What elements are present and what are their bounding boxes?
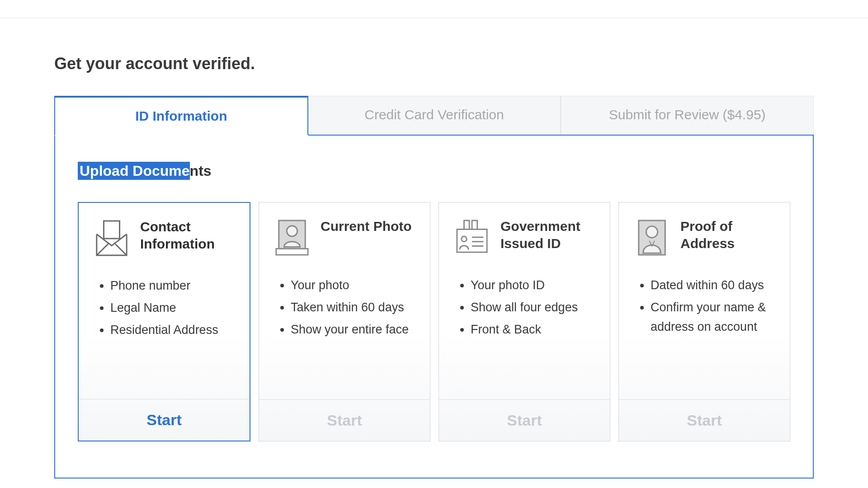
step-tabs: ID Information Credit Card Verification … [54,96,814,136]
tab-label: ID Information [135,108,227,123]
card-req-item: Your photo [291,276,421,295]
card-header: Government Issued ID [439,202,610,262]
card-req-item: Your photo ID [471,276,601,295]
svg-point-2 [287,226,297,236]
svg-rect-4 [464,221,469,230]
card-proof-of-address: Proof of Address Dated within 60 days Co… [618,202,790,441]
card-header: Contact Information [79,203,250,263]
tab-id-information[interactable]: ID Information [54,96,308,136]
top-divider [0,0,868,18]
card-header: Proof of Address [619,202,790,262]
svg-rect-5 [472,221,477,230]
id-card-icon [454,218,490,258]
tab-credit-card-verification[interactable]: Credit Card Verification [308,96,561,135]
card-title: Current Photo [321,218,412,235]
svg-point-12 [646,226,657,238]
card-req-item: Confirm your name & address on account [651,298,781,337]
start-button[interactable]: Start [259,399,430,441]
card-government-id: Government Issued ID Your photo ID Show … [439,202,610,441]
card-req-item: Dated within 60 days [651,276,781,295]
card-contact-information: Contact Information Phone number Legal N… [78,202,250,441]
section-title: Upload Documents [78,163,790,179]
card-title: Government Issued ID [500,218,597,252]
tab-submit-for-review[interactable]: Submit for Review ($4.95) [561,96,814,135]
card-body: Dated within 60 days Confirm your name &… [619,262,790,399]
card-title: Contact Information [140,218,237,252]
card-body: Your photo Taken within 60 days Show you… [259,262,430,399]
tab-label: Credit Card Verification [364,107,504,122]
tab-label: Submit for Review ($4.95) [609,107,766,122]
card-req-item: Front & Back [471,320,601,339]
upload-cards-row: Contact Information Phone number Legal N… [78,202,790,441]
person-doc-icon [634,218,670,258]
verification-page: Get your account verified. ID Informatio… [0,18,868,479]
card-req-item: Show your entire face [291,320,421,339]
envelope-icon [94,218,129,258]
card-title: Proof of Address [680,218,777,252]
card-req-item: Legal Name [110,298,241,318]
section-title-selected-text: Upload Docume [78,162,190,180]
card-body: Phone number Legal Name Residential Addr… [79,263,250,399]
photo-portrait-icon [274,218,310,258]
card-body: Your photo ID Show all four edges Front … [439,262,610,399]
id-information-panel: Upload Documents Contact [54,136,814,479]
svg-rect-0 [104,221,119,239]
section-title-rest: nts [190,163,212,179]
card-req-item: Residential Address [110,320,241,340]
page-title: Get your account verified. [54,54,814,73]
start-button[interactable]: Start [79,399,250,441]
card-req-item: Phone number [110,276,241,296]
card-current-photo: Current Photo Your photo Taken within 60… [259,202,430,441]
start-button[interactable]: Start [439,399,610,441]
start-button[interactable]: Start [619,399,790,441]
svg-rect-3 [276,249,308,255]
card-req-item: Taken within 60 days [291,298,421,317]
card-req-item: Show all four edges [471,298,601,317]
card-header: Current Photo [259,202,430,262]
